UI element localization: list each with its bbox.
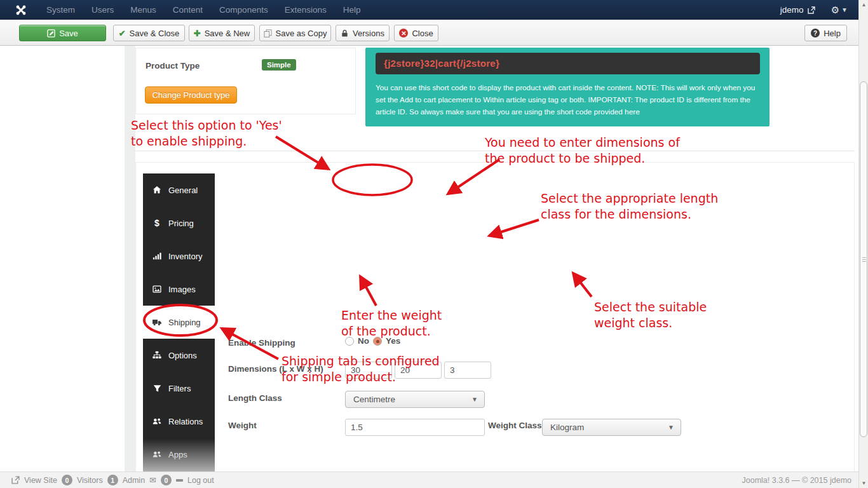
shortcode-description: You can use this short code to display t… (376, 82, 758, 118)
tab-label: Pricing (168, 219, 194, 228)
tab-general[interactable]: General (143, 173, 215, 207)
menu-extensions[interactable]: Extensions (276, 0, 335, 20)
gear-icon: ⚙ (831, 4, 839, 16)
length-class-select[interactable]: Centimetre ▼ (345, 391, 485, 408)
joomla-admin-screen: System Users Menus Content Components Ex… (0, 0, 868, 488)
messages-icon: ✉ (149, 475, 156, 485)
help-label: Help (824, 29, 841, 38)
scroll-up-button[interactable]: ▲ (859, 0, 868, 10)
tab-label: Options (168, 351, 197, 360)
tab-filters[interactable]: Filters (143, 372, 215, 405)
logout-link[interactable]: Log out (187, 476, 214, 485)
tab-pricing[interactable]: $Pricing (143, 207, 215, 240)
tab-inventory[interactable]: Inventory (143, 240, 215, 273)
tab-label: Shipping (168, 318, 201, 327)
external-link-icon (808, 6, 815, 14)
scroll-down-button[interactable]: ▼ (859, 478, 868, 488)
visitors-count-badge: 0 (62, 475, 72, 485)
menu-help[interactable]: Help (335, 0, 369, 20)
view-site-icon (11, 476, 20, 484)
dimension-height-input[interactable] (444, 362, 491, 379)
annotation-weight: Enter the weightof the product. (341, 308, 442, 339)
logout-icon (176, 479, 183, 482)
left-gutter (125, 46, 135, 471)
home-icon (153, 186, 161, 194)
dollar-icon: $ (153, 218, 161, 228)
tab-options[interactable]: Options (143, 339, 215, 372)
select-caret-icon: ▼ (471, 396, 478, 403)
tab-label: General (168, 186, 198, 195)
annotation-dimensions: You need to enter dimensions ofthe produ… (485, 135, 680, 166)
versions-button[interactable]: Versions (336, 25, 390, 41)
product-type-label: Product Type (146, 61, 200, 71)
shortcode-value[interactable]: {j2store}32|cart{/j2store} (376, 53, 760, 74)
lock-icon (341, 29, 349, 37)
filter-icon (153, 384, 161, 393)
chevron-down-icon: ▼ (841, 6, 848, 13)
menu-system[interactable]: System (38, 0, 83, 20)
shipping-form-panel: General$PricingInventoryImagesShippingOp… (135, 162, 855, 471)
weight-input[interactable] (345, 419, 485, 436)
weight-class-select[interactable]: Kilogram ▼ (542, 419, 681, 436)
users-icon (153, 450, 161, 459)
change-product-type-button[interactable]: Change Product type (145, 86, 237, 104)
menu-menus[interactable]: Menus (122, 0, 165, 20)
vertical-scrollbar[interactable]: ▲ ▼ (858, 0, 868, 488)
settings-dropdown[interactable]: ⚙ ▼ (831, 4, 848, 16)
check-icon: ✔ (119, 29, 126, 38)
annotation-enable-shipping: Select this option to 'Yes'to enable shi… (131, 118, 282, 149)
save-as-copy-button[interactable]: Save as Copy (259, 25, 331, 41)
shortcode-panel: {j2store}32|cart{/j2store} You can use t… (365, 48, 770, 126)
weight-class-value: Kilogram (550, 423, 584, 432)
admin-menu: System Users Menus Content Components Ex… (38, 0, 369, 20)
weight-class-label: Weight Class (488, 421, 542, 430)
user-site-link[interactable]: jdemo (780, 5, 815, 15)
truck-icon (153, 318, 161, 327)
menu-components[interactable]: Components (211, 0, 276, 20)
tab-label: Filters (168, 384, 191, 393)
visitors-label: Visitors (77, 476, 103, 485)
product-tab-column: General$PricingInventoryImagesShippingOp… (143, 173, 215, 472)
save-edit-icon (47, 29, 55, 37)
bar-chart-icon (153, 252, 161, 261)
save-close-label: Save & Close (130, 29, 180, 38)
product-type-panel: Product Type Simple Change Product type (135, 48, 356, 114)
close-label: Close (412, 29, 433, 38)
tab-shipping[interactable]: Shipping (143, 306, 215, 339)
admin-label: Admin (123, 476, 145, 485)
messages-count-badge: 0 (161, 475, 172, 485)
save-and-new-button[interactable]: ✚ Save & New (189, 25, 255, 41)
sitemap-icon (153, 351, 161, 360)
tab-apps[interactable]: Apps (143, 438, 215, 471)
joomla-version-label: Joomla! 3.3.6 — © 2015 jdemo (742, 476, 852, 485)
scrollbar-thumb[interactable] (860, 81, 867, 437)
tab-label: Images (168, 285, 196, 294)
view-site-link[interactable]: View Site (24, 476, 57, 485)
close-icon: ✕ (399, 29, 408, 37)
plus-icon: ✚ (194, 29, 201, 38)
length-class-value: Centimetre (353, 395, 395, 404)
close-button[interactable]: ✕ Close (394, 25, 438, 41)
joomla-logo-icon (15, 4, 27, 16)
help-button[interactable]: ? Help (804, 25, 847, 41)
save-and-close-button[interactable]: ✔ Save & Close (113, 25, 185, 41)
username-label: jdemo (780, 5, 804, 15)
menu-users[interactable]: Users (83, 0, 122, 20)
save-button[interactable]: Save (19, 25, 106, 41)
admin-top-bar: System Users Menus Content Components Ex… (0, 0, 868, 20)
admin-count-badge: 1 (107, 475, 118, 485)
enable-shipping-label: Enable Shipping (228, 338, 295, 348)
annotation-length-class: Select the appropriate lengthclass for t… (541, 191, 718, 222)
versions-label: Versions (353, 29, 384, 38)
action-toolbar: Save ✔ Save & Close ✚ Save & New Save as… (0, 20, 868, 46)
save-new-label: Save & New (205, 29, 250, 38)
menu-content[interactable]: Content (165, 0, 211, 20)
copy-icon (264, 29, 272, 37)
tab-images[interactable]: Images (143, 273, 215, 306)
tab-relations[interactable]: Relations (143, 405, 215, 438)
tab-label: Relations (168, 417, 203, 426)
help-icon: ? (811, 29, 820, 37)
status-bar: View Site 0 Visitors 1 Admin ✉ 0 Log out… (0, 471, 868, 488)
tab-label: Inventory (168, 252, 202, 261)
length-class-label: Length Class (228, 393, 282, 403)
